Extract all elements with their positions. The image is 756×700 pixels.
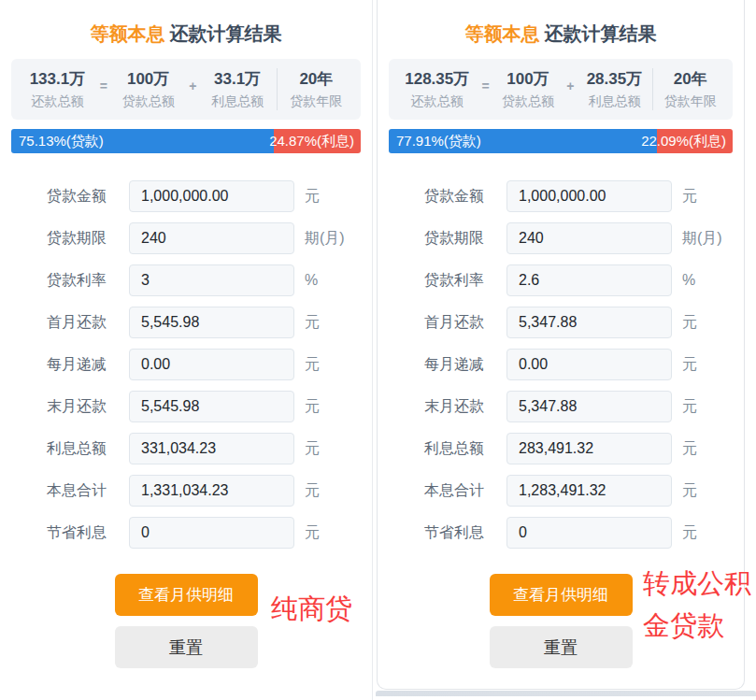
form-row: 每月递减元 <box>0 349 372 380</box>
summary-label: 贷款年限 <box>653 92 727 110</box>
field-input[interactable] <box>129 180 294 212</box>
form-row: 首月还款元 <box>378 307 744 338</box>
field-input[interactable] <box>129 264 294 296</box>
equals-sign: = <box>98 79 109 93</box>
form-row: 贷款期限期(月) <box>0 222 372 254</box>
field-unit: 元 <box>682 355 697 375</box>
summary-value: 100万 <box>492 68 565 90</box>
summary-label: 还款总额 <box>394 92 480 110</box>
field-label: 本息合计 <box>424 481 506 501</box>
loan-ratio-segment: 77.91%(贷款) <box>389 129 657 153</box>
field-input[interactable] <box>129 391 294 422</box>
field-input[interactable] <box>506 517 672 549</box>
field-unit: % <box>305 272 318 289</box>
field-unit: 期(月) <box>305 229 345 249</box>
panel-title: 等额本息还款计算结果 <box>0 21 372 47</box>
field-input[interactable] <box>506 180 672 212</box>
field-input[interactable] <box>129 433 294 464</box>
field-unit: 元 <box>682 523 697 543</box>
plus-sign: + <box>564 79 576 93</box>
summary-value: 20年 <box>653 68 727 90</box>
field-label: 贷款期限 <box>424 229 506 249</box>
field-label: 每月递减 <box>47 355 129 375</box>
field-input[interactable] <box>506 264 672 296</box>
field-label: 利息总额 <box>47 439 129 459</box>
summary-box: 128.35万 还款总额 = 100万 贷款总额 + 28.35万 利息总额 2… <box>389 59 733 120</box>
loan-calculator-comparison: 等额本息还款计算结果 133.1万 还款总额 = 100万 贷款总额 + 33.… <box>0 0 756 700</box>
actions-area: 查看月供明细 重置 纯商贷 <box>0 574 372 668</box>
summary-total-repayment: 128.35万 还款总额 <box>394 68 480 110</box>
reset-button[interactable]: 重置 <box>490 626 633 668</box>
view-monthly-detail-button[interactable]: 查看月供明细 <box>490 574 633 616</box>
summary-total-repayment: 133.1万 还款总额 <box>17 68 98 110</box>
field-label: 首月还款 <box>424 313 506 333</box>
field-label: 贷款利率 <box>424 271 506 291</box>
summary-loan-total: 100万 贷款总额 <box>492 68 565 110</box>
loan-ratio-label: 77.91%(贷款) <box>396 133 481 150</box>
loan-form: 贷款金额元贷款期限期(月)贷款利率%首月还款元每月递减元末月还款元利息总额元本息… <box>0 180 372 549</box>
form-row: 利息总额元 <box>378 433 744 464</box>
field-input[interactable] <box>129 475 294 507</box>
field-input[interactable] <box>506 433 672 464</box>
next-section-edge <box>376 691 756 696</box>
field-input[interactable] <box>129 307 294 338</box>
interest-ratio-segment: 24.87%(利息) <box>274 129 361 153</box>
field-unit: 元 <box>305 397 320 417</box>
summary-label: 还款总额 <box>17 92 98 110</box>
field-label: 节省利息 <box>424 523 506 543</box>
form-row: 贷款金额元 <box>0 180 372 212</box>
loan-form: 贷款金额元贷款期限期(月)贷款利率%首月还款元每月递减元末月还款元利息总额元本息… <box>378 180 744 549</box>
form-row: 贷款金额元 <box>378 180 744 212</box>
summary-box: 133.1万 还款总额 = 100万 贷款总额 + 33.1万 利息总额 20年… <box>11 59 361 120</box>
view-monthly-detail-button[interactable]: 查看月供明细 <box>115 574 258 616</box>
field-unit: 元 <box>682 397 697 417</box>
field-unit: 元 <box>305 187 320 207</box>
form-row: 节省利息元 <box>0 517 372 549</box>
field-label: 利息总额 <box>424 439 506 459</box>
field-input[interactable] <box>129 517 294 549</box>
loan-ratio-segment: 75.13%(贷款) <box>11 129 274 153</box>
summary-label: 贷款总额 <box>109 92 187 110</box>
handwritten-annotation: 转成公积金贷款 <box>643 563 756 647</box>
form-row: 贷款利率% <box>0 264 372 296</box>
field-unit: 元 <box>305 439 320 459</box>
summary-label: 利息总额 <box>198 92 276 110</box>
field-unit: 元 <box>682 439 697 459</box>
field-input[interactable] <box>506 391 672 422</box>
field-input[interactable] <box>506 222 672 254</box>
field-label: 本息合计 <box>47 481 129 501</box>
reset-button[interactable]: 重置 <box>115 626 258 668</box>
field-label: 贷款金额 <box>47 187 129 207</box>
result-title-text: 还款计算结果 <box>170 23 282 44</box>
actions-area: 查看月供明细 重置 转成公积金贷款 <box>378 574 744 668</box>
field-label: 末月还款 <box>47 397 129 417</box>
panel-commercial-loan: 等额本息还款计算结果 133.1万 还款总额 = 100万 贷款总额 + 33.… <box>0 0 373 700</box>
field-input[interactable] <box>129 349 294 380</box>
interest-ratio-label: 24.87%(利息) <box>269 129 354 153</box>
equals-sign: = <box>480 79 492 93</box>
result-title-text: 还款计算结果 <box>545 23 657 44</box>
field-unit: 元 <box>682 187 697 207</box>
panel-housing-fund-loan: 等额本息还款计算结果 128.35万 还款总额 = 100万 贷款总额 + 28… <box>377 0 745 690</box>
loan-ratio-label: 75.13%(贷款) <box>19 133 104 150</box>
summary-loan-term: 20年 贷款年限 <box>652 68 727 110</box>
form-row: 本息合计元 <box>378 475 744 507</box>
field-input[interactable] <box>506 349 672 380</box>
summary-value: 28.35万 <box>576 68 652 90</box>
field-label: 每月递减 <box>424 355 506 375</box>
field-input[interactable] <box>506 307 672 338</box>
summary-value: 100万 <box>109 68 187 90</box>
summary-interest-total: 28.35万 利息总额 <box>576 68 652 110</box>
field-label: 贷款金额 <box>424 187 506 207</box>
field-input[interactable] <box>129 222 294 254</box>
repayment-method-label: 等额本息 <box>465 23 540 44</box>
summary-interest-total: 33.1万 利息总额 <box>198 68 276 110</box>
field-label: 首月还款 <box>47 313 129 333</box>
interest-ratio-segment: 22.09%(利息) <box>657 129 733 153</box>
form-row: 末月还款元 <box>0 391 372 422</box>
repayment-method-label: 等额本息 <box>91 23 165 44</box>
field-unit: 期(月) <box>682 229 722 249</box>
field-input[interactable] <box>506 475 672 507</box>
form-row: 本息合计元 <box>0 475 372 507</box>
field-unit: 元 <box>305 481 320 501</box>
